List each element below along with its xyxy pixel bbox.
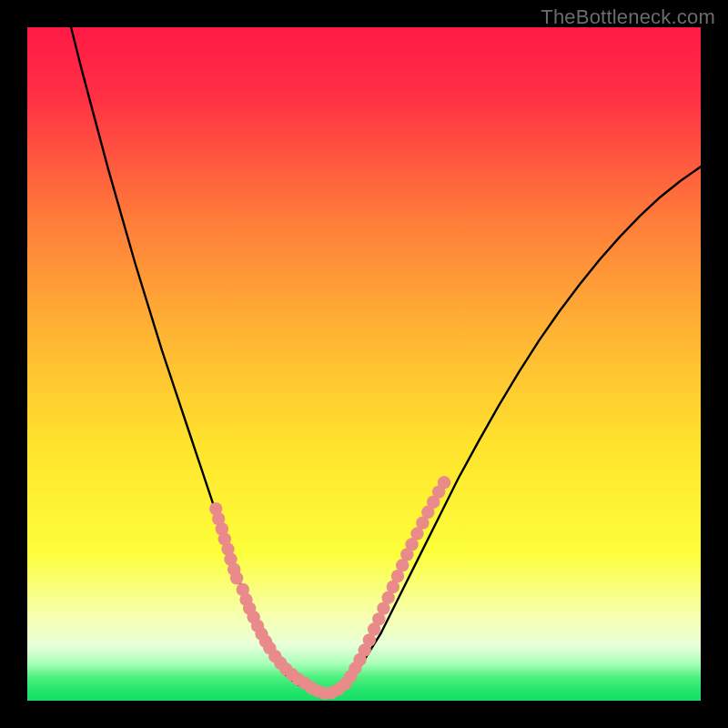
data-dot <box>230 571 243 584</box>
outer-frame: TheBottleneck.com <box>0 0 728 728</box>
chart-svg <box>27 27 701 701</box>
plot-area <box>27 27 701 701</box>
data-dot <box>438 476 450 489</box>
watermark-text: TheBottleneck.com <box>541 5 715 29</box>
gradient-background <box>27 27 701 701</box>
